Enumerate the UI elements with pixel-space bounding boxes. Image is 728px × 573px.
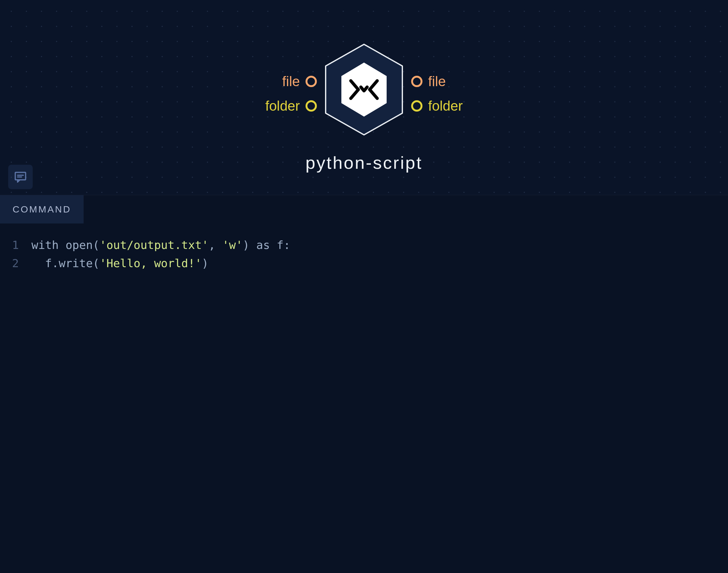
code-line[interactable]: 1with open('out/output.txt', 'w') as f:	[6, 236, 722, 254]
code-content[interactable]: with open('out/output.txt', 'w') as f:	[32, 236, 291, 254]
input-port-file[interactable]: file	[282, 73, 317, 89]
node-title: python-script	[306, 152, 423, 173]
comment-button[interactable]	[8, 165, 33, 189]
code-line[interactable]: 2 f.write('Hello, world!')	[6, 254, 722, 272]
node-canvas[interactable]: file folder file folder pyth	[0, 0, 728, 195]
port-handle-icon[interactable]	[411, 100, 422, 112]
input-ports: file folder	[265, 73, 317, 114]
tab-command[interactable]: COMMAND	[0, 195, 84, 223]
output-port-folder[interactable]: folder	[411, 98, 463, 114]
port-handle-icon[interactable]	[411, 76, 422, 87]
node-hexagon-icon	[323, 42, 405, 137]
port-handle-icon[interactable]	[306, 76, 317, 87]
output-port-file[interactable]: file	[411, 73, 446, 89]
port-label: file	[282, 73, 300, 89]
port-label: folder	[265, 98, 300, 114]
code-editor[interactable]: 1with open('out/output.txt', 'w') as f:2…	[0, 223, 728, 573]
port-label: file	[428, 73, 446, 89]
port-handle-icon[interactable]	[306, 100, 317, 112]
editor-tabs: COMMAND	[0, 195, 728, 223]
input-port-folder[interactable]: folder	[265, 98, 317, 114]
output-ports: file folder	[411, 73, 463, 114]
port-label: folder	[428, 98, 463, 114]
comment-icon	[13, 170, 28, 184]
node-python-script[interactable]	[323, 42, 405, 137]
svg-rect-2	[15, 172, 26, 180]
code-content[interactable]: f.write('Hello, world!')	[32, 254, 209, 272]
line-number: 1	[6, 236, 32, 254]
editor-panel: COMMAND 1with open('out/output.txt', 'w'…	[0, 195, 728, 573]
line-number: 2	[6, 254, 32, 272]
